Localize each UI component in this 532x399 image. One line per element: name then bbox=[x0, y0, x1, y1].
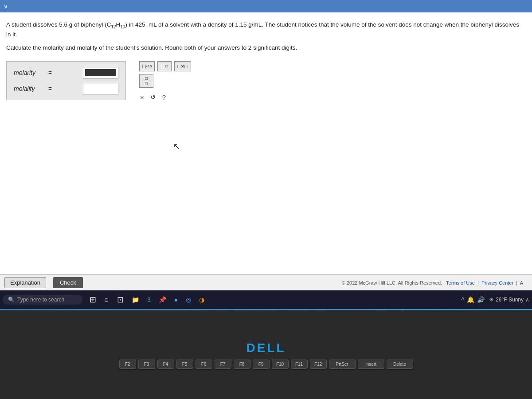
molarity-input[interactable] bbox=[83, 67, 118, 78]
key-f7[interactable]: F7 bbox=[215, 360, 231, 369]
chevron-icon[interactable]: ^ bbox=[462, 296, 465, 303]
function-key-row: F2 F3 F4 F5 F6 F7 F8 F9 F10 F11 F12 bbox=[119, 360, 413, 369]
molality-row: molality = bbox=[14, 83, 118, 94]
expand-icon[interactable]: ∧ bbox=[525, 297, 529, 303]
bottom-bar-left: Explanation Check bbox=[4, 277, 83, 288]
key-f6[interactable]: F6 bbox=[196, 360, 212, 369]
clear-button[interactable]: × bbox=[139, 93, 145, 102]
chevron-down-icon[interactable]: ∨ bbox=[4, 3, 8, 10]
taskbar-right: ^ 🔔 🔊 ☀ 26°F Sunny ∧ bbox=[462, 296, 529, 303]
molarity-equals: = bbox=[48, 69, 79, 76]
notifications-icon[interactable]: 🔔 bbox=[467, 296, 474, 303]
key-f10[interactable]: F10 bbox=[272, 360, 289, 369]
key-f4[interactable]: F4 bbox=[157, 360, 174, 369]
taskbar-search[interactable]: 🔍 Type here to search bbox=[3, 295, 82, 305]
question-area: A student dissolves 5.6 g of biphenyl (C… bbox=[0, 12, 532, 274]
inputs-left: molarity = molality = bbox=[6, 61, 126, 100]
keyboard-area: DELL F2 F3 F4 F5 F6 F7 F8 F9 F10 bbox=[0, 310, 532, 399]
terms-link[interactable]: Terms of Use bbox=[446, 280, 475, 286]
key-f2[interactable]: F2 bbox=[119, 360, 136, 369]
input-section: molarity = molality = □ bbox=[6, 61, 523, 102]
copyright-text: © 2022 McGraw Hill LLC. All Rights Reser… bbox=[83, 280, 528, 286]
search-icon: 🔍 bbox=[8, 297, 15, 303]
taskbar-icons: ⊞ ○ ⊡ 📁 3 📌 ● ◎ ◑ bbox=[87, 293, 207, 306]
times-box-button[interactable]: □×□ bbox=[174, 61, 191, 71]
toolbar: □×10 □□ □×□ □ □ bbox=[139, 61, 191, 102]
top-bar: ∨ bbox=[0, 0, 532, 12]
key-prtscr[interactable]: PrtScr bbox=[329, 360, 356, 369]
instruction-text: Calculate the molarity and molality of t… bbox=[6, 43, 523, 52]
start-button[interactable]: ○ bbox=[102, 293, 112, 306]
app3-button[interactable]: 📌 bbox=[156, 294, 169, 305]
key-delete[interactable]: Delete bbox=[387, 360, 413, 369]
privacy-link[interactable]: Privacy Center bbox=[481, 280, 513, 286]
key-f11[interactable]: F11 bbox=[291, 360, 308, 369]
fraction-bottom: □ bbox=[143, 81, 149, 86]
fraction-top: □ bbox=[143, 76, 149, 81]
main-content: A student dissolves 5.6 g of biphenyl (C… bbox=[0, 12, 532, 290]
molarity-label: molarity bbox=[14, 69, 45, 76]
toolbar-row-2: □ □ bbox=[139, 74, 191, 88]
power10-button[interactable]: □×10 bbox=[139, 61, 155, 71]
weather-text: 26°F Sunny bbox=[496, 297, 524, 303]
app6-button[interactable]: ◑ bbox=[196, 294, 207, 305]
key-insert[interactable]: Insert bbox=[358, 360, 384, 369]
more-link[interactable]: A bbox=[520, 280, 523, 286]
toolbar-row-1: □×10 □□ □×□ bbox=[139, 61, 191, 71]
fraction-button[interactable]: □ □ bbox=[139, 74, 153, 88]
check-button[interactable]: Check bbox=[53, 277, 83, 288]
undo-button[interactable]: ↺ bbox=[149, 92, 157, 102]
app4-button[interactable]: ● bbox=[172, 294, 180, 305]
taskview-button[interactable]: ⊡ bbox=[114, 293, 126, 306]
molality-label: molality bbox=[14, 85, 45, 92]
key-f8[interactable]: F8 bbox=[234, 360, 250, 369]
key-f9[interactable]: F9 bbox=[253, 360, 270, 369]
action-row: × ↺ ? bbox=[139, 92, 191, 102]
taskbar: 🔍 Type here to search ⊞ ○ ⊡ 📁 3 📌 ● ◎ ◑ … bbox=[0, 290, 532, 309]
molarity-row: molarity = bbox=[14, 67, 118, 78]
sun-icon: ☀ bbox=[489, 297, 494, 303]
explanation-button[interactable]: Explanation bbox=[4, 277, 46, 288]
app1-button[interactable]: 📁 bbox=[129, 294, 142, 305]
volume-icon[interactable]: 🔊 bbox=[477, 296, 485, 303]
app5-button[interactable]: ◎ bbox=[183, 294, 194, 305]
molality-equals: = bbox=[48, 85, 79, 92]
sys-icons: ^ 🔔 🔊 bbox=[462, 296, 485, 303]
windows-button[interactable]: ⊞ bbox=[87, 293, 99, 306]
key-f5[interactable]: F5 bbox=[176, 360, 193, 369]
question-text: A student dissolves 5.6 g of biphenyl (C… bbox=[6, 20, 523, 39]
weather-info: ☀ 26°F Sunny ∧ bbox=[489, 297, 529, 303]
molality-input[interactable] bbox=[83, 83, 118, 94]
bottom-bar: Explanation Check © 2022 McGraw Hill LLC… bbox=[0, 274, 532, 290]
copyright-notice: © 2022 McGraw Hill LLC. All Rights Reser… bbox=[342, 280, 442, 286]
superscript-button[interactable]: □□ bbox=[157, 61, 172, 71]
search-text: Type here to search bbox=[17, 297, 64, 303]
app2-button[interactable]: 3 bbox=[145, 294, 153, 305]
dell-logo: DELL bbox=[246, 341, 286, 355]
cursor-pointer: ↖ bbox=[173, 141, 180, 152]
help-button[interactable]: ? bbox=[161, 93, 167, 102]
key-f12[interactable]: F12 bbox=[310, 360, 327, 369]
key-f3[interactable]: F3 bbox=[138, 360, 155, 369]
